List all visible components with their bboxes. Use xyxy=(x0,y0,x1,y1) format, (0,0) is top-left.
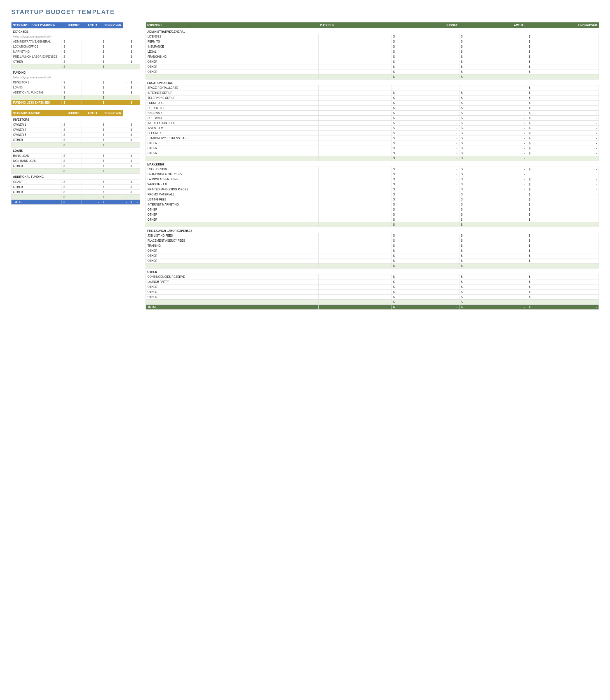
overview-row-prelaunch: PRE-LAUNCH LABOR EXPENSES $- $- $- xyxy=(12,54,140,59)
overview-expenses-auto: fields will populate automatically xyxy=(12,34,140,39)
loc-software: SOFTWARE$-$-$- xyxy=(146,115,599,121)
page-title: STARTUP BUDGET TEMPLATE xyxy=(11,9,599,16)
funding-header: START-UP FUNDING BUDGET ACTUAL UNDER/OVE… xyxy=(12,110,140,116)
left-column: START-UP BUDGET OVERVIEW BUDGET ACTUAL U… xyxy=(11,22,140,210)
main-layout: START-UP BUDGET OVERVIEW BUDGET ACTUAL U… xyxy=(11,22,599,315)
investors-subtotal: $- $- xyxy=(12,142,140,147)
funding-nonbank-loan: NON-BANK LOAN $- $- $- xyxy=(12,158,140,164)
funding-col-underover: UNDER/OVER xyxy=(101,110,123,116)
overview-row-additional: ADDITIONAL FUNDING $- $- $- xyxy=(12,90,140,95)
funding-bank-loan: BANK LOAN $- $- $- xyxy=(12,153,140,158)
loc-furniture: FURNITURE$-$-$- xyxy=(146,100,599,106)
funding-grant: GRANT $- $- $- xyxy=(12,180,140,185)
funding-investors-label: INVESTORS xyxy=(12,116,140,122)
additional-subtotal: $- $- xyxy=(12,195,140,200)
other-other3: OTHER$-$-$- xyxy=(146,295,599,300)
mkt-logo: LOGO DESIGN$-$-$- xyxy=(146,167,599,172)
expenses-header: EXPENSES DATE DUE BUDGET ACTUAL UNDER/OV… xyxy=(146,22,599,28)
loc-other1: OTHER$-$-$- xyxy=(146,141,599,146)
admin-franchising: FRANCHISING$-$-$- xyxy=(146,54,599,59)
other-contingencies: CONTINGENCIES RESERVE$-$-$- xyxy=(146,275,599,279)
pl-training: TRAINING$-$-$- xyxy=(146,243,599,248)
pl-other3: OTHER$-$-$- xyxy=(146,259,599,264)
funding-owner1: OWNER 1 $- $- $- xyxy=(12,122,140,127)
funding-col-label: START-UP FUNDING xyxy=(12,110,62,116)
loc-inventory: INVENTORY$-$-$- xyxy=(146,126,599,131)
loans-subtotal: $- $- xyxy=(12,169,140,174)
overview-row-marketing: MARKETING $- $- $- xyxy=(12,49,140,54)
overview-funding-label: FUNDING xyxy=(12,69,140,75)
overview-row-location: LOCATION/OFFICE $- $- $- xyxy=(12,44,140,49)
funding-additional-other1: OTHER $- $- $- xyxy=(12,185,140,189)
admin-section-label: ADMINISTRATIVE/GENERAL xyxy=(146,28,599,34)
loc-other3: OTHER$-$-$- xyxy=(146,151,599,156)
other-section-label: OTHER xyxy=(146,268,599,275)
funding-less-row: FUNDING LESS EXPENSES $ - $ - $ - xyxy=(12,100,140,105)
overview-row-investors: INVESTORS $- $- $- xyxy=(12,80,140,85)
mkt-website: WEBSITE v.1.0$-$-$- xyxy=(146,182,599,187)
marketing-subtotal: $-$- xyxy=(146,222,599,227)
admin-other2: OTHER$-$-$- xyxy=(146,64,599,69)
expenses-table: EXPENSES DATE DUE BUDGET ACTUAL UNDER/OV… xyxy=(145,22,599,310)
pl-other2: OTHER$-$-$- xyxy=(146,253,599,259)
overview-funding-subtotal: $- $- xyxy=(12,95,140,100)
overview-col-actual: ACTUAL xyxy=(81,22,101,29)
funding-loans-other: OTHER $- $- $- xyxy=(12,164,140,169)
overview-col-underover: UNDER/OVER xyxy=(101,22,123,29)
loc-installation: INSTALLATION FEES$-$-$- xyxy=(146,121,599,126)
mkt-launch-adv: LAUNCH ADVERTISING$-$-$- xyxy=(146,177,599,182)
mkt-branding: BRANDING/IDENTITY DEV.$-$- xyxy=(146,172,599,177)
right-column: EXPENSES DATE DUE BUDGET ACTUAL UNDER/OV… xyxy=(145,22,599,315)
expenses-total-row: TOTAL $ - $ - $ - xyxy=(146,305,599,310)
funding-col-budget: BUDGET xyxy=(62,110,81,116)
expenses-col-underover: UNDER/OVER xyxy=(527,22,599,28)
expenses-col-budget: BUDGET xyxy=(391,22,459,28)
admin-subtotal: $-$- xyxy=(146,75,599,79)
expenses-col-date: DATE DUE xyxy=(318,22,391,28)
funding-owner3: OWNER 3 $- $- $- xyxy=(12,133,140,138)
loc-telephone: TELEPHONE SET-UP$-$-$- xyxy=(146,95,599,100)
overview-expenses-subtotal: $- $- xyxy=(12,64,140,69)
overview-row-loans: LOANS $- $- $- xyxy=(12,85,140,90)
funding-additional-label: ADDITIONAL FUNDING xyxy=(12,174,140,180)
marketing-section-label: MARKETING xyxy=(146,161,599,167)
other-subtotal: $-$- xyxy=(146,300,599,305)
admin-licenses: LICENSES$-$-$- xyxy=(146,34,599,39)
location-subtotal: $-$- xyxy=(146,156,599,161)
mkt-listing: LISTING FEES$-$-$- xyxy=(146,197,599,202)
overview-table: START-UP BUDGET OVERVIEW BUDGET ACTUAL U… xyxy=(11,22,140,105)
loc-other2: OTHER$-$-$- xyxy=(146,146,599,151)
pl-placement: PLACEMENT AGENCY FEES$-$-$- xyxy=(146,238,599,243)
funding-investors-other: OTHER $- $- $- xyxy=(12,138,140,142)
funding-table: START-UP FUNDING BUDGET ACTUAL UNDER/OVE… xyxy=(11,110,140,205)
prelaunch-section-label: PRE-LAUNCH LABOR EXPENSES xyxy=(146,227,599,233)
funding-col-actual: ACTUAL xyxy=(81,110,101,116)
mkt-promo: PROMO MATERIALS$-$-$- xyxy=(146,192,599,197)
pl-other1: OTHER$-$-$- xyxy=(146,248,599,253)
funding-total-row: TOTAL $ - $ - $ - xyxy=(12,200,140,205)
loc-internet: INTERNET SET-UP$-$-$- xyxy=(146,91,599,95)
funding-owner2: OWNER 2 $- $- $- xyxy=(12,127,140,133)
loc-stationery: STATIONERY/BUSINESS CARDS$-$-$- xyxy=(146,136,599,141)
expenses-col-actual: ACTUAL xyxy=(459,22,527,28)
admin-legal: LEGAL$-$-$- xyxy=(146,49,599,54)
mkt-printed: PRINTED MARKETING PIECES$-$-$- xyxy=(146,187,599,192)
overview-funding-auto: fields will populate automatically xyxy=(12,75,140,80)
admin-other1: OTHER$-$-$- xyxy=(146,59,599,64)
other-other1: OTHER$-$-$- xyxy=(146,284,599,290)
overview-col-label: START-UP BUDGET OVERVIEW xyxy=(12,22,62,29)
overview-row-other: OTHER $- $- $- xyxy=(12,59,140,64)
location-section-label: LOCATION/OFFICE xyxy=(146,79,599,85)
overview-expenses-label: EXPENSES xyxy=(12,29,140,34)
funding-additional-other2: OTHER $- $- $- xyxy=(12,189,140,195)
pl-job-listing: JOB-LISTING FEES$-$-$- xyxy=(146,233,599,238)
admin-insurance: INSURANCE$-$-$- xyxy=(146,44,599,49)
mkt-internet: INTERNET MARKETING$-$-$- xyxy=(146,202,599,207)
loc-hardware: HARDWARE$-$-$- xyxy=(146,111,599,115)
expenses-col-label: EXPENSES xyxy=(146,22,319,28)
mkt-other3: OTHER$-$-$- xyxy=(146,217,599,222)
overview-col-budget: BUDGET xyxy=(62,22,81,29)
loc-equipment: EQUIPMENT$-$-$- xyxy=(146,106,599,111)
mkt-other1: OTHER$-$-$- xyxy=(146,207,599,212)
other-launch-party: LAUNCH PARTY$-$-$- xyxy=(146,279,599,284)
